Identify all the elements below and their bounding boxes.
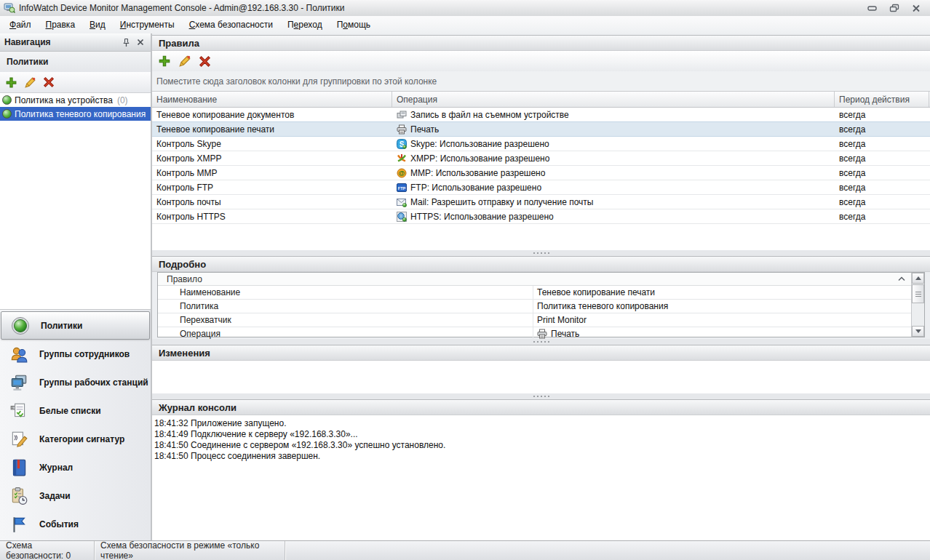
splitter-changes-console[interactable] [152,393,930,399]
rule-period-cell: всегда [835,166,929,180]
table-row[interactable]: Контроль FTPFTPFTP: Использование разреш… [152,180,930,195]
table-row[interactable]: Контроль почтыMail: Разрешить отправку и… [152,195,930,209]
close-panel-icon[interactable] [135,36,146,48]
rule-period-cell: всегда [835,195,929,209]
sidebar-item-workstation-groups[interactable]: Группы рабочих станций [0,368,151,396]
removable-write-icon [397,110,407,120]
policies-icon [11,316,30,335]
mmp-icon: @ [397,168,407,178]
column-header-name[interactable]: Наименование [152,92,392,107]
minimize-button[interactable] [866,3,879,13]
details-label: Политика [158,300,533,313]
rule-name-cell: Контроль почты [152,195,392,209]
details-row[interactable]: ПерехватчикPrint Monitor [158,313,924,327]
details-value-text: Теневое копирование печати [537,287,655,297]
sidebar-item-white-lists[interactable]: Белые списки [0,396,151,425]
scroll-up-arrow[interactable] [912,273,924,284]
table-row[interactable]: Контроль HTTPSHTTPS: Использование разре… [152,209,930,224]
rules-title: Правила [159,38,199,49]
menu-item-view[interactable]: Вид [82,17,113,32]
splitter-details-changes[interactable] [152,339,930,345]
pin-icon[interactable] [120,36,132,48]
rule-period-cell: всегда [835,151,929,165]
restore-button[interactable] [888,3,901,13]
column-header-operation[interactable]: Операция [392,92,835,107]
column-header-period[interactable]: Период действия [835,92,929,107]
add-rule-button[interactable] [158,55,171,68]
edit-policy-button[interactable] [24,76,36,89]
details-group-row[interactable]: Правило [158,273,924,286]
status-bar: Схема безопасности: 0 Схема безопасности… [0,540,930,560]
delete-policy-button[interactable] [43,76,55,88]
menu-item-edit[interactable]: Правка [39,17,83,32]
tree-item-label: Политика на устройства [15,95,113,105]
sidebar-item-tasks[interactable]: Задачи [0,481,151,510]
changes-area [152,361,930,394]
rule-operation-cell: Mail: Разрешить отправку и получение поч… [392,195,835,209]
splitter-rules-details[interactable] [152,250,930,256]
details-value: Теневое копирование печати [533,286,911,299]
sidebar-item-events[interactable]: События [0,510,151,538]
policy-status-icon [2,95,12,105]
table-row[interactable]: Контроль MMP@MMP: Использование разрешен… [152,166,930,180]
details-value-text: Политика теневого копирования [537,301,668,311]
white-lists-icon [9,401,28,420]
table-row[interactable]: Теневое копирование документовЗапись в ф… [152,108,930,122]
details-group-label: Правило [167,274,202,284]
console-log-line: 18:41:50 Процесс соединения завершен. [154,451,930,462]
delete-rule-button[interactable] [199,55,211,68]
edit-rule-button[interactable] [178,55,191,68]
sidebar-item-label: Журнал [39,463,73,473]
tasks-icon [9,487,28,505]
table-row[interactable]: Контроль SkypeSSkype: Использование разр… [152,137,930,151]
changes-section-header: Изменения [152,345,930,361]
close-button[interactable] [910,3,923,13]
sidebar-item-journal[interactable]: Журнал [0,453,151,481]
xmpp-icon [397,153,407,164]
printer-icon [397,124,407,135]
console-log-line: 18:41:49 Подключение к серверу «192.168.… [154,429,930,440]
policies-tree: Политика на устройства(0)Политика тенево… [0,93,151,310]
console-log-line: 18:41:32 Приложение запущено. [154,418,930,429]
details-section-header: Подробно [152,256,930,272]
policies-subtitle: Политики [0,52,151,72]
add-policy-button[interactable] [5,76,17,89]
scroll-thumb[interactable] [912,284,924,303]
svg-text:@: @ [399,169,405,177]
menu-item-goto[interactable]: Переход [280,17,330,32]
sidebar-item-signature-categories[interactable]: Категории сигнатур [0,425,151,453]
sidebar-item-label: Категории сигнатур [39,434,124,444]
sidebar-item-label: Белые списки [39,406,101,416]
details-title: Подробно [159,259,206,270]
details-row[interactable]: НаименованиеТеневое копирование печати [158,286,924,300]
scroll-down-arrow[interactable] [912,326,924,337]
journal-icon [9,458,28,477]
console-log: 18:41:32 Приложение запущено.18:41:49 По… [152,415,930,541]
group-by-hint[interactable]: Поместите сюда заголовок колонки для гру… [152,71,930,92]
details-row[interactable]: ПолитикаПолитика теневого копирования [158,300,924,313]
menu-item-tools[interactable]: Инструменты [113,17,182,32]
details-scrollbar[interactable] [911,273,924,337]
tree-item-policy[interactable]: Политика на устройства(0) [0,93,151,107]
table-row[interactable]: Теневое копирование печатиПечатьвсегда [152,121,930,137]
tree-item-policy[interactable]: Политика теневого копирования [0,107,151,121]
menu-item-file[interactable]: Файл [2,17,39,32]
svg-text:FTP: FTP [398,185,406,190]
menu-item-security-scheme[interactable]: Схема безопасности [182,17,280,32]
rule-operation-cell: XMPP: Использование разрешено [392,151,835,165]
collapse-chevron-icon[interactable] [898,276,905,281]
menu-item-help[interactable]: Помощь [330,17,378,32]
navigation-panel: Навигация Политики Политика на устройств… [0,33,152,541]
rule-operation-text: Печать [410,124,439,135]
sidebar-item-label: События [39,519,79,529]
rules-table-header: НаименованиеОперацияПериод действия [152,92,930,108]
console-log-line: 18:41:50 Соединение с сервером «192.168.… [154,440,930,451]
table-row[interactable]: Контроль XMPPXMPP: Использование разреше… [152,151,930,166]
console-section-header: Журнал консоли [152,399,930,415]
tree-item-label: Политика теневого копирования [15,109,146,119]
tree-item-count: (0) [117,95,128,105]
rule-period-cell: всегда [835,180,929,194]
sidebar-item-policies[interactable]: Политики [1,311,150,340]
sidebar-item-employee-groups[interactable]: Группы сотрудников [0,340,151,368]
rules-table: Теневое копирование документовЗапись в ф… [152,108,930,250]
